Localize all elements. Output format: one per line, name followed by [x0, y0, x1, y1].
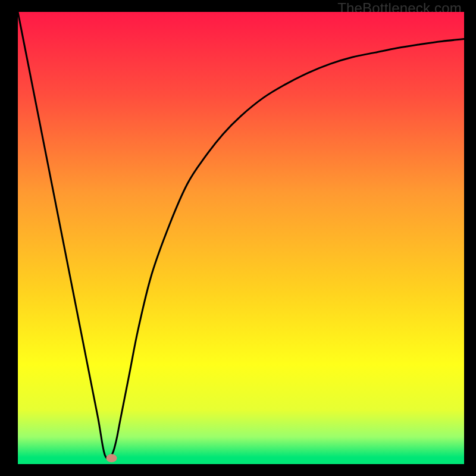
chart-background	[18, 12, 464, 464]
marker-dot	[107, 454, 117, 462]
bottleneck-chart	[18, 12, 464, 464]
chart-frame: TheBottleneck.com	[0, 0, 476, 476]
